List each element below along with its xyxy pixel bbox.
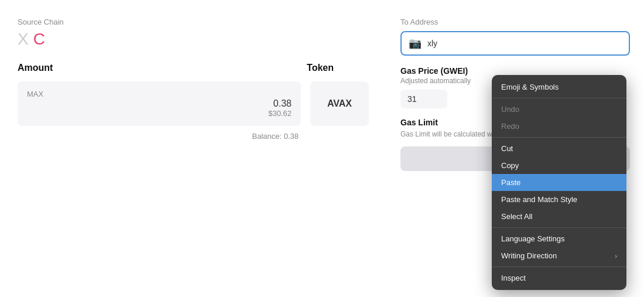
balance-row: Balance: 0.38 (18, 132, 369, 141)
max-label: MAX (27, 90, 43, 98)
menu-item-copy[interactable]: Copy (492, 157, 626, 174)
menu-item-label: Paste and Match Style (501, 195, 577, 204)
amount-label: Amount (18, 63, 53, 73)
amount-usd: $30.62 (268, 109, 292, 118)
menu-item-label: Language Settings (501, 234, 564, 243)
amount-box[interactable]: MAX 0.38 $30.62 (18, 81, 301, 126)
gas-value-box[interactable]: 31 (400, 90, 447, 108)
source-chain-label: Source Chain (18, 18, 369, 26)
menu-item-writing[interactable]: Writing Direction› (492, 247, 626, 264)
menu-item-language[interactable]: Language Settings (492, 230, 626, 247)
token-label: Token (307, 63, 334, 73)
context-menu: Emoji & SymbolsUndoRedoCutCopyPastePaste… (492, 75, 626, 290)
menu-item-redo: Redo (492, 118, 626, 135)
menu-item-emoji[interactable]: Emoji & Symbols (492, 78, 626, 95)
menu-divider (492, 98, 626, 98)
menu-divider (492, 137, 626, 138)
menu-item-label: Undo (501, 105, 519, 114)
camera-icon: 📷 (409, 37, 422, 50)
menu-item-label: Select All (501, 212, 532, 221)
chain-x-icon: X (18, 30, 29, 49)
menu-item-label: Copy (501, 161, 519, 170)
chain-c-icon: C (33, 30, 45, 49)
amount-input-area: MAX 0.38 $30.62 AVAX (18, 81, 369, 126)
address-input-row[interactable]: 📷 xly (400, 31, 630, 56)
menu-item-label: Inspect (501, 274, 526, 282)
balance-text: Balance: 0.38 (252, 132, 299, 141)
menu-item-undo: Undo (492, 101, 626, 118)
menu-item-label: Cut (501, 144, 513, 153)
left-panel: Source Chain X C Amount Token MAX 0.38 $… (0, 0, 386, 297)
menu-item-label: Redo (501, 122, 519, 131)
menu-item-paste[interactable]: Paste (492, 174, 626, 191)
menu-item-select-all[interactable]: Select All (492, 208, 626, 225)
menu-item-inspect[interactable]: Inspect (492, 269, 626, 286)
menu-divider (492, 267, 626, 267)
chevron-right-icon: › (615, 252, 617, 260)
amount-value: 0.38 (273, 98, 292, 109)
menu-item-label: Writing Direction (501, 251, 557, 260)
chain-icons: X C (18, 30, 369, 49)
menu-item-paste-match[interactable]: Paste and Match Style (492, 191, 626, 208)
address-partial: xly (427, 39, 437, 48)
menu-divider (492, 227, 626, 228)
token-box[interactable]: AVAX (310, 81, 369, 126)
amount-token-row: Amount Token (18, 63, 369, 73)
menu-item-label: Paste (501, 178, 520, 187)
menu-item-label: Emoji & Symbols (501, 83, 559, 91)
gas-price-label: Gas Price (GWEI) (400, 66, 630, 76)
token-name: AVAX (327, 98, 352, 109)
to-address-label: To Address (400, 18, 630, 26)
menu-item-cut[interactable]: Cut (492, 140, 626, 157)
